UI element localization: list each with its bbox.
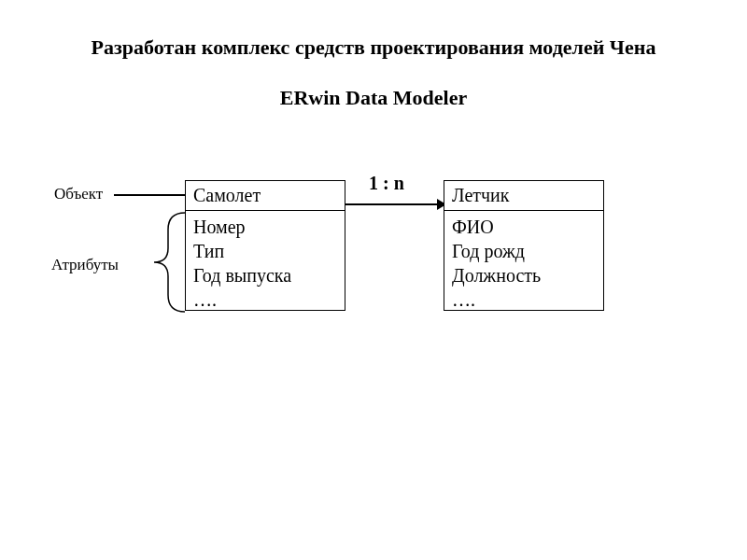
attr-row: Тип xyxy=(193,239,337,263)
entity-pilot: Летчик ФИО Год рожд Должность …. xyxy=(444,180,604,311)
attr-row: ФИО xyxy=(452,215,596,239)
page-subtitle: ERwin Data Modeler xyxy=(0,86,747,110)
entity-pilot-attrs: ФИО Год рожд Должность …. xyxy=(444,211,603,315)
entity-airplane: Самолет Номер Тип Год выпуска …. xyxy=(185,180,345,311)
attr-row: Год выпуска xyxy=(193,263,337,287)
attr-row: Должность xyxy=(452,263,596,287)
entity-pilot-name: Летчик xyxy=(444,181,603,211)
brace-icon xyxy=(131,211,187,314)
page-title: Разработан комплекс средств проектирован… xyxy=(0,35,747,60)
entity-airplane-name: Самолет xyxy=(186,181,345,211)
relation-arrow-line xyxy=(345,203,444,205)
relation-cardinality: 1 : n xyxy=(369,173,404,194)
attr-row: Год рожд xyxy=(452,239,596,263)
attr-row: …. xyxy=(452,287,596,312)
label-object: Объект xyxy=(54,185,103,203)
entity-airplane-attrs: Номер Тип Год выпуска …. xyxy=(186,211,345,315)
attr-row: …. xyxy=(193,287,337,312)
attr-row: Номер xyxy=(193,215,337,239)
object-pointer-line xyxy=(114,194,185,196)
label-attributes: Атрибуты xyxy=(51,256,119,274)
